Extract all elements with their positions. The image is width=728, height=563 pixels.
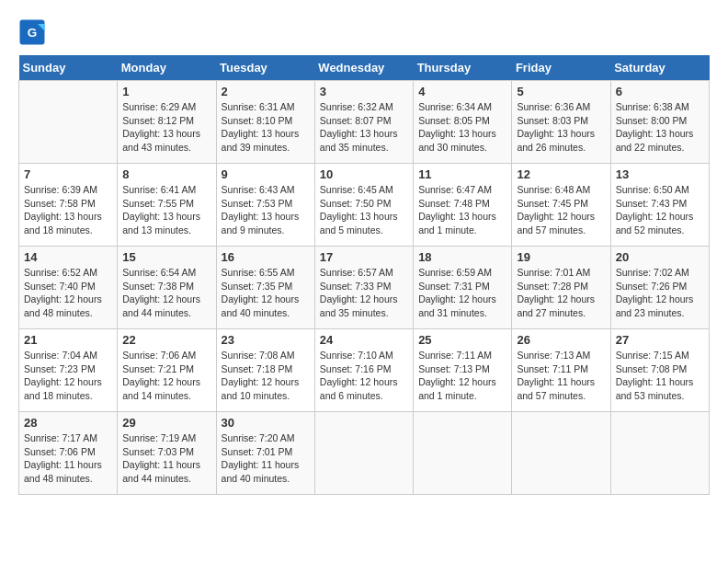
calendar-cell: 24Sunrise: 7:10 AMSunset: 7:16 PMDayligh… — [314, 329, 413, 412]
day-number: 17 — [320, 250, 408, 264]
day-number: 29 — [122, 416, 210, 430]
calendar-cell: 13Sunrise: 6:50 AMSunset: 7:43 PMDayligh… — [610, 164, 709, 247]
calendar-cell — [414, 412, 512, 495]
calendar-cell: 9Sunrise: 6:43 AMSunset: 7:53 PMDaylight… — [216, 164, 314, 247]
day-number: 11 — [418, 167, 506, 181]
day-info: Sunrise: 6:48 AMSunset: 7:45 PMDaylight:… — [517, 183, 605, 237]
day-info: Sunrise: 7:02 AMSunset: 7:26 PMDaylight:… — [616, 266, 704, 320]
day-number: 10 — [320, 167, 408, 181]
calendar-cell: 15Sunrise: 6:54 AMSunset: 7:38 PMDayligh… — [118, 247, 216, 329]
day-info: Sunrise: 7:10 AMSunset: 7:16 PMDaylight:… — [320, 349, 408, 403]
calendar-cell: 12Sunrise: 6:48 AMSunset: 7:45 PMDayligh… — [512, 164, 610, 247]
page-header: G — [18, 18, 710, 46]
day-info: Sunrise: 6:36 AMSunset: 8:03 PMDaylight:… — [517, 100, 605, 155]
calendar-cell: 2Sunrise: 6:31 AMSunset: 8:10 PMDaylight… — [216, 81, 314, 164]
day-number: 27 — [616, 333, 704, 347]
day-info: Sunrise: 6:59 AMSunset: 7:31 PMDaylight:… — [418, 266, 506, 320]
day-number: 5 — [517, 85, 605, 98]
calendar-cell: 19Sunrise: 7:01 AMSunset: 7:28 PMDayligh… — [512, 247, 610, 329]
day-info: Sunrise: 6:41 AMSunset: 7:55 PMDaylight:… — [122, 183, 210, 237]
day-info: Sunrise: 6:32 AMSunset: 8:07 PMDaylight:… — [320, 100, 408, 155]
calendar-cell — [610, 412, 709, 495]
weekday-header: Tuesday — [216, 55, 314, 81]
day-info: Sunrise: 7:01 AMSunset: 7:28 PMDaylight:… — [517, 266, 605, 320]
day-info: Sunrise: 6:38 AMSunset: 8:00 PMDaylight:… — [616, 100, 704, 155]
calendar-cell: 11Sunrise: 6:47 AMSunset: 7:48 PMDayligh… — [414, 164, 512, 247]
day-number: 14 — [24, 250, 112, 264]
weekday-header: Wednesday — [314, 55, 413, 81]
calendar-cell: 16Sunrise: 6:55 AMSunset: 7:35 PMDayligh… — [216, 247, 314, 329]
day-number: 30 — [222, 416, 310, 430]
calendar-cell: 25Sunrise: 7:11 AMSunset: 7:13 PMDayligh… — [414, 329, 512, 412]
calendar-cell: 5Sunrise: 6:36 AMSunset: 8:03 PMDaylight… — [512, 81, 610, 164]
day-number: 22 — [122, 333, 210, 347]
day-info: Sunrise: 7:04 AMSunset: 7:23 PMDaylight:… — [24, 349, 112, 403]
weekday-header: Thursday — [414, 55, 512, 81]
day-number: 1 — [122, 85, 210, 98]
day-info: Sunrise: 6:43 AMSunset: 7:53 PMDaylight:… — [222, 183, 310, 237]
day-number: 13 — [616, 167, 704, 181]
day-info: Sunrise: 7:08 AMSunset: 7:18 PMDaylight:… — [222, 349, 310, 403]
logo-icon: G — [18, 18, 46, 46]
calendar-cell — [19, 81, 118, 164]
day-number: 9 — [222, 167, 310, 181]
calendar-cell: 14Sunrise: 6:52 AMSunset: 7:40 PMDayligh… — [19, 247, 118, 329]
calendar-body: 1Sunrise: 6:29 AMSunset: 8:12 PMDaylight… — [19, 81, 710, 495]
calendar-cell — [314, 412, 413, 495]
day-info: Sunrise: 6:55 AMSunset: 7:35 PMDaylight:… — [222, 266, 310, 320]
day-number: 28 — [24, 416, 112, 430]
day-info: Sunrise: 6:29 AMSunset: 8:12 PMDaylight:… — [122, 100, 210, 155]
day-info: Sunrise: 7:11 AMSunset: 7:13 PMDaylight:… — [418, 349, 506, 403]
day-number: 4 — [418, 85, 506, 98]
day-number: 19 — [517, 250, 605, 264]
day-number: 20 — [616, 250, 704, 264]
day-info: Sunrise: 7:15 AMSunset: 7:08 PMDaylight:… — [616, 349, 704, 403]
day-number: 7 — [24, 167, 112, 181]
calendar-cell: 21Sunrise: 7:04 AMSunset: 7:23 PMDayligh… — [19, 329, 118, 412]
day-number: 26 — [517, 333, 605, 347]
day-info: Sunrise: 6:54 AMSunset: 7:38 PMDaylight:… — [122, 266, 210, 320]
calendar-cell: 28Sunrise: 7:17 AMSunset: 7:06 PMDayligh… — [19, 412, 118, 495]
day-info: Sunrise: 7:17 AMSunset: 7:06 PMDaylight:… — [24, 431, 112, 486]
calendar-cell: 17Sunrise: 6:57 AMSunset: 7:33 PMDayligh… — [314, 247, 413, 329]
calendar-table: SundayMondayTuesdayWednesdayThursdayFrid… — [18, 55, 710, 495]
day-info: Sunrise: 6:52 AMSunset: 7:40 PMDaylight:… — [24, 266, 112, 320]
day-info: Sunrise: 6:47 AMSunset: 7:48 PMDaylight:… — [418, 183, 506, 237]
calendar-cell: 1Sunrise: 6:29 AMSunset: 8:12 PMDaylight… — [118, 81, 216, 164]
day-number: 21 — [24, 333, 112, 347]
day-info: Sunrise: 7:06 AMSunset: 7:21 PMDaylight:… — [122, 349, 210, 403]
day-number: 18 — [418, 250, 506, 264]
calendar-cell: 30Sunrise: 7:20 AMSunset: 7:01 PMDayligh… — [216, 412, 314, 495]
day-info: Sunrise: 6:45 AMSunset: 7:50 PMDaylight:… — [320, 183, 408, 237]
header-row: SundayMondayTuesdayWednesdayThursdayFrid… — [19, 55, 710, 81]
calendar-cell: 3Sunrise: 6:32 AMSunset: 8:07 PMDaylight… — [314, 81, 413, 164]
day-info: Sunrise: 7:19 AMSunset: 7:03 PMDaylight:… — [122, 431, 210, 486]
svg-text:G: G — [28, 26, 38, 40]
calendar-week-row: 28Sunrise: 7:17 AMSunset: 7:06 PMDayligh… — [19, 412, 710, 495]
calendar-week-row: 21Sunrise: 7:04 AMSunset: 7:23 PMDayligh… — [19, 329, 710, 412]
calendar-cell: 23Sunrise: 7:08 AMSunset: 7:18 PMDayligh… — [216, 329, 314, 412]
logo: G — [18, 18, 50, 46]
calendar-cell: 7Sunrise: 6:39 AMSunset: 7:58 PMDaylight… — [19, 164, 118, 247]
day-number: 6 — [616, 85, 704, 98]
day-info: Sunrise: 6:57 AMSunset: 7:33 PMDaylight:… — [320, 266, 408, 320]
day-number: 3 — [320, 85, 408, 98]
calendar-week-row: 1Sunrise: 6:29 AMSunset: 8:12 PMDaylight… — [19, 81, 710, 164]
calendar-cell: 26Sunrise: 7:13 AMSunset: 7:11 PMDayligh… — [512, 329, 610, 412]
calendar-cell: 10Sunrise: 6:45 AMSunset: 7:50 PMDayligh… — [314, 164, 413, 247]
day-number: 16 — [222, 250, 310, 264]
day-number: 12 — [517, 167, 605, 181]
day-info: Sunrise: 6:31 AMSunset: 8:10 PMDaylight:… — [222, 100, 310, 155]
day-number: 8 — [122, 167, 210, 181]
calendar-cell: 8Sunrise: 6:41 AMSunset: 7:55 PMDaylight… — [118, 164, 216, 247]
calendar-cell — [512, 412, 610, 495]
calendar-week-row: 7Sunrise: 6:39 AMSunset: 7:58 PMDaylight… — [19, 164, 710, 247]
calendar-cell: 27Sunrise: 7:15 AMSunset: 7:08 PMDayligh… — [610, 329, 709, 412]
day-number: 2 — [222, 85, 310, 98]
calendar-cell: 22Sunrise: 7:06 AMSunset: 7:21 PMDayligh… — [118, 329, 216, 412]
day-info: Sunrise: 6:39 AMSunset: 7:58 PMDaylight:… — [24, 183, 112, 237]
calendar-cell: 20Sunrise: 7:02 AMSunset: 7:26 PMDayligh… — [610, 247, 709, 329]
calendar-week-row: 14Sunrise: 6:52 AMSunset: 7:40 PMDayligh… — [19, 247, 710, 329]
weekday-header: Friday — [512, 55, 610, 81]
day-info: Sunrise: 7:20 AMSunset: 7:01 PMDaylight:… — [222, 431, 310, 486]
